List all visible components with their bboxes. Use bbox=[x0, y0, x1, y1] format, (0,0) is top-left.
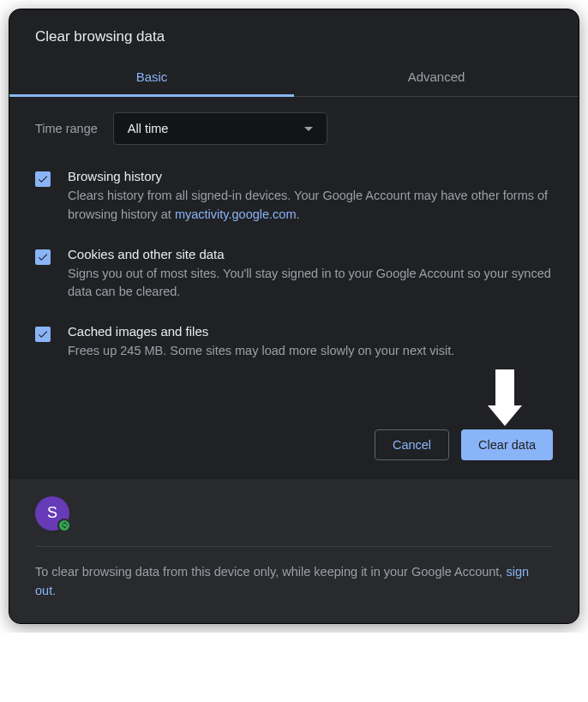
option-cookies: Cookies and other site data Signs you ou… bbox=[35, 247, 553, 303]
arrow-down-icon bbox=[488, 369, 522, 429]
time-range-value: All time bbox=[128, 122, 169, 135]
avatar-row: S bbox=[35, 496, 553, 531]
divider bbox=[35, 546, 553, 547]
check-icon bbox=[37, 328, 49, 340]
clear-browsing-data-dialog: Clear browsing data Basic Advanced Time … bbox=[9, 9, 579, 624]
option-description: Signs you out of most sites. You'll stay… bbox=[68, 265, 553, 303]
option-description: Clears history from all signed-in device… bbox=[68, 187, 553, 225]
dialog-footer: S To clear browsing data from this devic… bbox=[9, 479, 579, 623]
option-content: Cached images and files Frees up 245 MB.… bbox=[68, 324, 553, 361]
option-content: Browsing history Clears history from all… bbox=[68, 169, 553, 225]
dialog-title: Clear browsing data bbox=[35, 28, 553, 45]
sync-icon bbox=[57, 519, 71, 532]
avatar: S bbox=[35, 496, 69, 531]
option-title: Cookies and other site data bbox=[68, 247, 553, 261]
dialog-body: Time range All time Browsing history Cle… bbox=[9, 97, 579, 378]
time-range-select[interactable]: All time bbox=[113, 112, 327, 145]
cancel-button[interactable]: Cancel bbox=[375, 429, 449, 460]
chevron-down-icon bbox=[304, 127, 313, 131]
clear-data-button[interactable]: Clear data bbox=[461, 429, 553, 460]
check-icon bbox=[37, 173, 49, 185]
myactivity-link[interactable]: myactivity.google.com bbox=[175, 207, 297, 221]
tab-advanced[interactable]: Advanced bbox=[294, 57, 579, 96]
dialog-header: Clear browsing data bbox=[9, 9, 579, 57]
checkbox-cache[interactable] bbox=[35, 327, 51, 342]
tabs: Basic Advanced bbox=[9, 57, 579, 97]
avatar-letter: S bbox=[47, 504, 57, 522]
time-range-row: Time range All time bbox=[35, 112, 553, 145]
option-title: Cached images and files bbox=[68, 324, 553, 339]
check-icon bbox=[37, 251, 49, 263]
option-description: Frees up 245 MB. Some sites may load mor… bbox=[68, 342, 553, 361]
button-row: Cancel Clear data bbox=[9, 378, 579, 479]
checkbox-browsing-history[interactable] bbox=[35, 171, 51, 187]
tab-basic[interactable]: Basic bbox=[9, 57, 294, 96]
option-content: Cookies and other site data Signs you ou… bbox=[68, 247, 553, 303]
checkbox-cookies[interactable] bbox=[35, 249, 51, 265]
footer-text: To clear browsing data from this device … bbox=[35, 562, 553, 601]
time-range-label: Time range bbox=[35, 122, 98, 135]
option-browsing-history: Browsing history Clears history from all… bbox=[35, 169, 553, 225]
option-title: Browsing history bbox=[68, 169, 553, 183]
option-cache: Cached images and files Frees up 245 MB.… bbox=[35, 324, 553, 361]
